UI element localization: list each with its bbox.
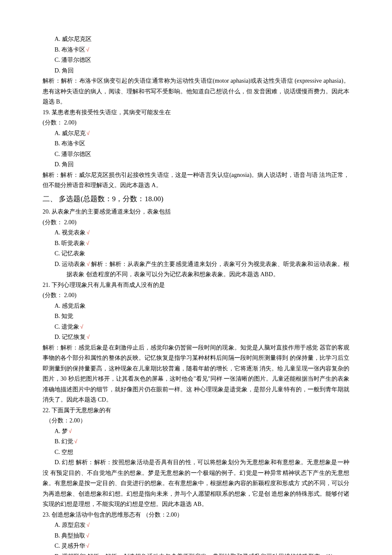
option-text: A. 威尔尼克区 — [55, 36, 92, 42]
q21-option-b: B. 知觉 — [43, 311, 349, 322]
q20-option-a: A. 视觉表象√ — [43, 228, 349, 238]
option-text: D. 运动表象 — [55, 261, 86, 267]
q22-stem: 22. 下面属于无意想象的有 — [43, 405, 349, 416]
q21-stem: 21. 下列心理现象只有儿童具有而成人没有的是 — [43, 280, 349, 291]
option-text: C. 遗觉象 — [55, 324, 79, 330]
q20-option-d: D. 运动表象√ 解析：解析：从表象产生的主要感觉通道来划分，表象可分为视觉表象… — [55, 259, 349, 280]
option-text: A. 感觉后象 — [55, 303, 86, 309]
option-text: B. 知觉 — [55, 313, 73, 319]
q22-option-a: A. 梦√ — [43, 426, 349, 437]
option-text: C. 空想 — [55, 449, 73, 455]
q23-option-d: D. 浮想联翩 解析：解析：创造想象活动中包含着原型启发、典型抽取和灵感升华三种… — [43, 552, 349, 555]
check-icon: √ — [86, 130, 89, 136]
q19-analysis: 解析：解析：威尔尼克区损伤引起接收性失语症，这是一种语言失认症(agnosia)… — [43, 170, 349, 191]
q20-stem: 20. 从表象产生的主要感觉通道来划分，表象包括 — [43, 207, 349, 217]
check-icon: √ — [74, 438, 77, 445]
option-text: B. 典型抽取 — [55, 532, 85, 539]
q18-option-b: B. 布洛卡区√ — [43, 45, 349, 55]
q21-option-a: A. 感觉后象 — [43, 301, 349, 312]
option-text: D. 角回 — [55, 67, 74, 74]
check-icon: √ — [86, 229, 89, 236]
option-text: C. 潘菲尔德区 — [55, 151, 91, 157]
q23-option-c: C. 灵感升华√ — [43, 541, 349, 552]
option-text: B. 布洛卡区 — [55, 140, 85, 147]
check-icon: √ — [86, 240, 89, 246]
option-text: A. 梦 — [55, 428, 68, 434]
option-text: D. 角回 — [55, 161, 74, 168]
check-icon: √ — [87, 261, 90, 267]
q18-option-c: C. 潘菲尔德区 — [43, 55, 349, 66]
option-text: B. 听觉表象 — [55, 240, 85, 246]
option-text: B. 幻觉 — [55, 438, 73, 445]
q22-option-d: D. 幻想 解析：解析：按照想象活动是否具有目的性，可以将想象划分为无意想象和有… — [43, 457, 349, 510]
q21-score: (分数： 2.00) — [43, 290, 349, 301]
option-text: A. 原型启发 — [55, 522, 86, 528]
q18-option-a: A. 威尔尼克区 — [43, 34, 349, 45]
q20-option-b: B. 听觉表象√ — [43, 238, 349, 249]
q19-option-a: A. 威尔尼克√ — [43, 128, 349, 139]
q19-stem: 19. 某患者患有接受性失语症，其病变可能发生在 — [43, 107, 349, 118]
q21-option-c: C. 遗觉象√ — [43, 322, 349, 332]
q22-score: （分数：2.00） — [43, 416, 349, 426]
check-icon: √ — [86, 334, 89, 340]
option-text-analysis: D. 幻想 解析：解析：按照想象活动是否具有目的性，可以将想象划分为无意想象和有… — [43, 459, 349, 507]
q21-analysis: 解析：解析：感觉后象是在刺激停止后，感觉印象仍暂留一段时间的现象。知觉是人脑对直… — [43, 343, 349, 405]
q18-analysis: 解析：解析：布洛卡区病变引起的失语症通常称为运动性失语症(motor aphas… — [43, 76, 349, 107]
q23-option-a: A. 原型启发√ — [43, 520, 349, 531]
q23-option-b: B. 典型抽取√ — [43, 531, 349, 541]
check-icon: √ — [86, 532, 89, 539]
q23-stem: 23. 创造想象活动中包含的思维形态有 （分数：2.00） — [43, 510, 349, 520]
option-text-analysis: D. 浮想联翩 解析：解析：创造想象活动中包含着原型启发、典型抽取和灵感升华三种… — [55, 553, 333, 555]
option-text: D. 记忆恢复 — [55, 334, 86, 340]
option-text: C. 记忆表象 — [55, 250, 85, 257]
check-icon: √ — [86, 522, 89, 528]
q19-option-c: C. 潘菲尔德区 — [43, 149, 349, 160]
option-text: C. 灵感升华 — [55, 543, 85, 549]
check-icon: √ — [86, 46, 89, 53]
q19-option-b: B. 布洛卡区 — [43, 139, 349, 149]
q20-score: (分数： 2.00) — [43, 217, 349, 228]
check-icon: √ — [86, 543, 89, 549]
section-2-header: 二、 多选题(总题数：9，分数：18.00) — [43, 193, 349, 205]
check-icon: √ — [80, 324, 83, 330]
option-text: B. 布洛卡区 — [55, 46, 85, 53]
option-analysis: 解析：解析：从表象产生的主要感觉通道来划分，表象可分为视觉表象、听觉表象和运动表… — [66, 261, 349, 278]
check-icon: √ — [69, 428, 72, 434]
q21-option-d: D. 记忆恢复√ — [43, 332, 349, 343]
option-text: A. 威尔尼克 — [55, 130, 86, 136]
q22-option-b: B. 幻觉√ — [43, 436, 349, 447]
q19-score: (分数： 2.00) — [43, 118, 349, 128]
q22-option-c: C. 空想 — [43, 447, 349, 458]
q18-option-d: D. 角回 — [43, 66, 349, 76]
option-text: C. 潘菲尔德区 — [55, 57, 91, 63]
q20-option-c: C. 记忆表象 — [43, 249, 349, 259]
option-text: A. 视觉表象 — [55, 229, 86, 236]
q19-option-d: D. 角回 — [43, 159, 349, 170]
